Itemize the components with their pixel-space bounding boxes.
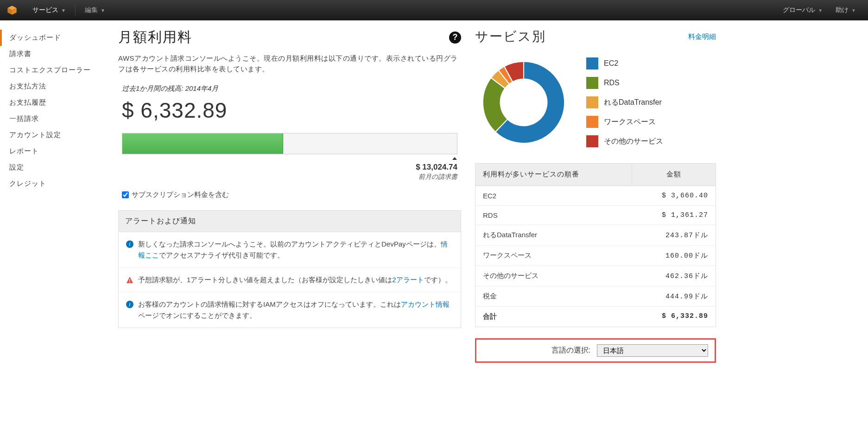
alert-row: iお客様のアカウントの請求情報に対するIAMアクセスはオフになっています。これは… — [119, 292, 461, 328]
cell-service: RDS — [475, 206, 632, 225]
legend-item: れるDataTransfer — [586, 96, 663, 108]
alerts-panel: アラートおよび通知 i新しくなった請求コンソールへようこそ。以前のアカウントアク… — [118, 210, 461, 328]
usage-progress-fill — [122, 133, 283, 154]
legend-label: ワークスペース — [604, 117, 656, 127]
cell-amount: 444.99ドル — [632, 286, 716, 306]
table-row: その他のサービス462.36ドル — [475, 265, 716, 286]
table-header-amount: 金額 — [632, 164, 716, 185]
language-selector-row: 言語の選択: 日本語 — [475, 338, 716, 363]
sidebar-item[interactable]: クレジット — [0, 176, 114, 192]
include-subscription-input[interactable] — [122, 191, 129, 198]
cell-service: 税金 — [475, 286, 632, 306]
legend-item: RDS — [586, 77, 663, 89]
balance-caption: 过去1か月間の残高: 2014年4月 — [122, 84, 457, 93]
language-label: 言語の選択: — [551, 346, 590, 355]
svg-text:!: ! — [129, 278, 130, 284]
alert-text: お客様のアカウントの請求情報に対するIAMアクセスはオフになっています。これはア… — [138, 299, 453, 321]
sidebar-item[interactable]: レポート — [0, 143, 114, 159]
prev-bill-label: 前月の請求書 — [122, 173, 457, 181]
chart-legend: EC2RDSれるDataTransferワークスペースその他のサービス — [586, 57, 663, 147]
sidebar-item[interactable]: お支払方法 — [0, 78, 114, 95]
cell-service: その他のサービス — [475, 266, 632, 286]
alert-link[interactable]: 2アラート — [392, 276, 424, 284]
legend-swatch — [586, 96, 598, 108]
service-donut-chart — [475, 54, 572, 151]
legend-item: その他のサービス — [586, 135, 663, 147]
sidebar-item[interactable]: コストエクスプローラー — [0, 62, 114, 78]
services-menu[interactable]: サービス ▼ — [26, 0, 72, 20]
svg-text:i: i — [129, 241, 130, 247]
sidebar-item[interactable]: ダッシュボード — [0, 30, 114, 46]
include-subscription-label: サブスクリプション料金を含む — [132, 190, 229, 199]
edit-menu[interactable]: 編集 ▼ — [78, 0, 112, 20]
aws-logo-icon[interactable] — [6, 4, 19, 17]
sidebar-item[interactable]: アカウント設定 — [0, 127, 114, 143]
sidebar-item[interactable]: お支払履歴 — [0, 95, 114, 111]
help-menu[interactable]: 助け ▼ — [829, 6, 862, 14]
legend-swatch — [586, 77, 598, 89]
sidebar-item[interactable]: 請求書 — [0, 46, 114, 62]
services-label: サービス — [32, 6, 58, 14]
sidebar: ダッシュボード請求書コストエクスプローラーお支払方法お支払履歴一括請求アカウント… — [0, 20, 114, 363]
table-row: れるDataTransfer243.87ドル — [475, 225, 716, 245]
info-icon: i — [126, 240, 133, 247]
legend-label: その他のサービス — [604, 137, 663, 146]
chevron-down-icon: ▼ — [818, 8, 823, 13]
help-icon[interactable]: ? — [449, 32, 461, 44]
alerts-header: アラートおよび通知 — [119, 211, 461, 232]
cell-amount: $ 1,361.27 — [632, 206, 716, 225]
alert-text: 予想請求額が、1アラート分しきい値を超えました（お客様が設定したしきい値は2アラ… — [138, 274, 452, 285]
table-row-total: 合計$ 6,332.89 — [475, 306, 716, 327]
table-row: 税金444.99ドル — [475, 286, 716, 306]
legend-item: ワークスペース — [586, 116, 663, 128]
cell-total-amount: $ 6,332.89 — [632, 307, 716, 327]
chevron-down-icon: ▼ — [61, 8, 66, 13]
intro-text: AWSアカウント請求コンソールへようこそ。現在の月額利用料は以下の通りです。表示… — [118, 53, 461, 74]
legend-swatch — [586, 116, 598, 128]
by-service-title: サービス別 — [475, 28, 546, 45]
balance-amount: $ 6,332.89 — [122, 98, 457, 123]
cell-amount: 243.87ドル — [632, 225, 716, 245]
cell-amount: 462.36ドル — [632, 266, 716, 286]
info-icon: i — [126, 300, 133, 308]
svg-text:i: i — [129, 301, 130, 308]
table-row: RDS$ 1,361.27 — [475, 205, 716, 225]
alert-link[interactable]: 情報ここ — [138, 240, 448, 259]
service-table: 利用料が多いサービスの順番 金額 EC2$ 3,660.40RDS$ 1,361… — [475, 163, 716, 327]
cell-service: EC2 — [475, 186, 632, 205]
language-select[interactable]: 日本語 — [597, 344, 708, 357]
top-nav: サービス ▼ 編集 ▼ グローバル ▼ 助け ▼ — [0, 0, 868, 20]
cell-amount: 160.00ドル — [632, 246, 716, 265]
edit-label: 編集 — [85, 6, 98, 14]
alert-row: i新しくなった請求コンソールへようこそ。以前のアカウントアクティビティとDevP… — [119, 232, 461, 267]
detail-link[interactable]: 料金明細 — [688, 32, 716, 41]
alert-link[interactable]: アカウント情報 — [401, 300, 450, 308]
cell-service: ワークスペース — [475, 246, 632, 265]
usage-progress-bar — [122, 133, 457, 154]
table-row: ワークスペース160.00ドル — [475, 245, 716, 265]
cell-service: れるDataTransfer — [475, 225, 632, 245]
table-row: EC2$ 3,660.40 — [475, 186, 716, 205]
include-subscription-checkbox[interactable]: サブスクリプション料金を含む — [122, 190, 457, 199]
divider — [75, 4, 76, 16]
legend-swatch — [586, 57, 598, 70]
alert-row: !予想請求額が、1アラート分しきい値を超えました（お客様が設定したしきい値は2ア… — [119, 267, 461, 292]
legend-swatch — [586, 135, 598, 147]
legend-label: RDS — [604, 79, 620, 87]
chevron-down-icon: ▼ — [101, 8, 105, 13]
alert-text: 新しくなった請求コンソールへようこそ。以前のアカウントアクティビティとDevPa… — [138, 239, 453, 261]
cell-amount: $ 3,660.40 — [632, 186, 716, 205]
sidebar-item[interactable]: 設定 — [0, 159, 114, 176]
sidebar-item[interactable]: 一括請求 — [0, 111, 114, 127]
page-title: 月額利用料 — [118, 28, 192, 47]
marker-icon — [452, 157, 457, 160]
chevron-down-icon: ▼ — [851, 8, 856, 13]
table-header-service: 利用料が多いサービスの順番 — [475, 164, 632, 185]
region-menu[interactable]: グローバル ▼ — [776, 6, 829, 14]
legend-label: EC2 — [604, 59, 618, 68]
legend-label: れるDataTransfer — [604, 98, 662, 107]
prev-bill-amount: $ 13,024.74 — [122, 163, 457, 172]
help-label: 助け — [836, 6, 849, 14]
region-label: グローバル — [783, 6, 815, 14]
cell-total-label: 合計 — [475, 307, 632, 327]
